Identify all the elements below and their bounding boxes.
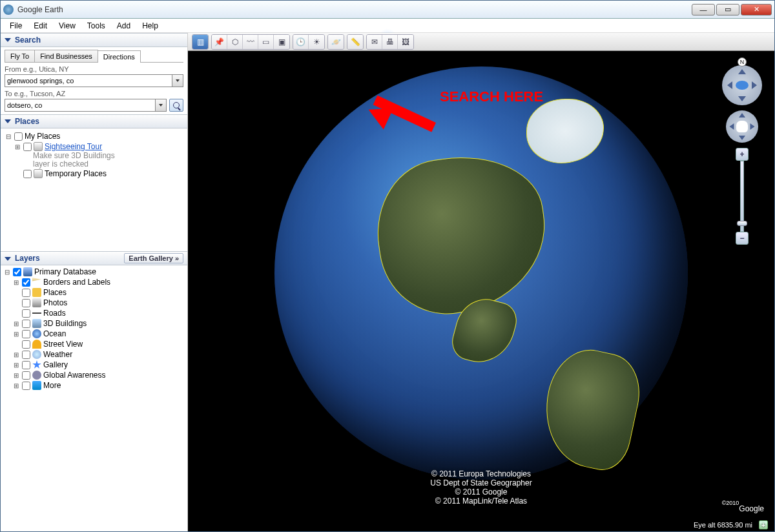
places-root[interactable]: ⊟ My Places bbox=[5, 131, 183, 141]
temporary-places-item[interactable]: ⊞ Temporary Places bbox=[5, 169, 183, 179]
expand-toggle[interactable]: ⊞ bbox=[12, 320, 20, 327]
pan-down-icon[interactable] bbox=[739, 136, 745, 140]
layer-checkbox[interactable] bbox=[22, 309, 30, 318]
sightseeing-link[interactable]: Sightseeing Tour bbox=[45, 142, 102, 151]
map-viewport[interactable]: ▥ 📌 ⬡ 〰 ▭ ▣ 🕒 ☀ 🪐 📏 ✉ 🖶 🖼 bbox=[188, 33, 774, 531]
primary-db-checkbox[interactable] bbox=[13, 268, 21, 276]
clock-button[interactable]: 🕒 bbox=[293, 35, 309, 49]
my-places-checkbox[interactable] bbox=[14, 132, 23, 141]
menu-edit[interactable]: Edit bbox=[28, 20, 52, 32]
ruler-button[interactable]: 📏 bbox=[347, 35, 363, 49]
layer-item[interactable]: ⊞Roads bbox=[3, 308, 185, 318]
look-left-icon[interactable] bbox=[727, 81, 732, 89]
layer-label: Ocean bbox=[43, 329, 66, 338]
menu-help[interactable]: Help bbox=[137, 20, 163, 32]
tab-find-businesses[interactable]: Find Businesses bbox=[34, 50, 98, 62]
layer-item[interactable]: ⊞Street View bbox=[3, 339, 185, 349]
tab-fly-to[interactable]: Fly To bbox=[5, 50, 35, 62]
menu-add[interactable]: Add bbox=[112, 20, 136, 32]
zoom-in-button[interactable]: + bbox=[736, 148, 749, 161]
expand-toggle[interactable]: ⊞ bbox=[12, 279, 20, 286]
expand-toggle[interactable]: ⊞ bbox=[12, 362, 20, 369]
planet-button[interactable]: 🪐 bbox=[328, 35, 344, 49]
sidebar-toggle-button[interactable]: ▥ bbox=[192, 35, 208, 49]
layer-item[interactable]: ⊞Borders and Labels bbox=[3, 277, 185, 287]
layer-item[interactable]: ⊞Photos bbox=[3, 298, 185, 308]
layer-checkbox[interactable] bbox=[22, 330, 30, 338]
titlebar[interactable]: Google Earth — ▭ ✕ bbox=[1, 1, 774, 19]
north-indicator[interactable]: N bbox=[738, 57, 747, 66]
layer-checkbox[interactable] bbox=[22, 382, 30, 390]
places-panel: Places ⊟ My Places ⊞ Sightseeing Tour bbox=[1, 114, 187, 251]
expand-toggle[interactable]: ⊞ bbox=[12, 331, 20, 338]
expand-toggle[interactable]: ⊞ bbox=[12, 382, 20, 389]
layer-item[interactable]: ⊞Global Awareness bbox=[3, 370, 185, 380]
layer-checkbox[interactable] bbox=[22, 299, 30, 307]
expand-toggle[interactable]: ⊟ bbox=[5, 133, 12, 140]
layer-checkbox[interactable] bbox=[22, 289, 30, 297]
look-up-icon[interactable] bbox=[738, 69, 746, 74]
print-button[interactable]: 🖶 bbox=[382, 35, 398, 49]
layers-root[interactable]: ⊟ Primary Database bbox=[3, 267, 185, 277]
pan-left-icon[interactable] bbox=[730, 123, 734, 130]
earth-gallery-button[interactable]: Earth Gallery » bbox=[124, 253, 183, 263]
zoom-slider-track[interactable] bbox=[740, 161, 744, 232]
path-button[interactable]: 〰 bbox=[243, 35, 258, 49]
expand-toggle[interactable]: ⊞ bbox=[12, 372, 20, 379]
look-down-icon[interactable] bbox=[738, 96, 746, 101]
image-overlay-button[interactable]: ▭ bbox=[258, 35, 274, 49]
layer-label: Roads bbox=[43, 309, 66, 318]
sidebar: Search Fly To Find Businesses Directions… bbox=[1, 33, 188, 531]
from-input[interactable] bbox=[5, 74, 172, 87]
layer-checkbox[interactable] bbox=[22, 361, 30, 369]
record-tour-button[interactable]: ▣ bbox=[274, 35, 289, 49]
zoom-slider-thumb[interactable] bbox=[737, 221, 747, 226]
earth-globe[interactable] bbox=[274, 66, 688, 480]
layer-checkbox[interactable] bbox=[22, 340, 30, 349]
layers-panel-header[interactable]: Layers Earth Gallery » bbox=[1, 251, 187, 265]
status-expand-button[interactable]: + bbox=[759, 520, 768, 529]
placemark-button[interactable]: 📌 bbox=[212, 35, 227, 49]
zoom-out-button[interactable]: − bbox=[736, 232, 749, 245]
email-button[interactable]: ✉ bbox=[367, 35, 382, 49]
landmass bbox=[535, 342, 647, 475]
layer-item[interactable]: ⊞Weather bbox=[3, 349, 185, 360]
expand-toggle[interactable]: ⊞ bbox=[14, 143, 21, 150]
menu-tools[interactable]: Tools bbox=[82, 20, 110, 32]
expand-toggle[interactable]: ⊟ bbox=[3, 269, 11, 276]
to-input[interactable] bbox=[5, 99, 155, 112]
from-dropdown-button[interactable] bbox=[172, 74, 183, 87]
save-image-button[interactable]: 🖼 bbox=[398, 35, 413, 49]
menu-view[interactable]: View bbox=[54, 20, 81, 32]
layer-checkbox[interactable] bbox=[22, 320, 30, 328]
layer-checkbox[interactable] bbox=[22, 351, 30, 359]
sun-button[interactable]: ☀ bbox=[309, 35, 324, 49]
layer-item[interactable]: ⊞Ocean bbox=[3, 329, 185, 339]
search-button[interactable] bbox=[169, 99, 183, 112]
minimize-button[interactable]: — bbox=[692, 4, 715, 15]
menu-file[interactable]: File bbox=[5, 20, 27, 32]
pan-right-icon[interactable] bbox=[750, 123, 755, 130]
places-panel-header[interactable]: Places bbox=[1, 114, 187, 128]
layer-checkbox[interactable] bbox=[22, 371, 30, 380]
layer-checkbox[interactable] bbox=[22, 278, 30, 287]
sightseeing-checkbox[interactable] bbox=[23, 143, 32, 151]
temp-places-checkbox[interactable] bbox=[23, 170, 32, 178]
layer-item[interactable]: ⊞Places bbox=[3, 287, 185, 298]
layer-item[interactable]: ⊞3D Buildings bbox=[3, 318, 185, 329]
look-right-icon[interactable] bbox=[752, 81, 757, 89]
pan-up-icon[interactable] bbox=[739, 113, 745, 118]
layer-item[interactable]: ⊞More bbox=[3, 380, 185, 391]
close-button[interactable]: ✕ bbox=[741, 4, 772, 15]
expand-toggle[interactable]: ⊞ bbox=[12, 351, 20, 358]
to-dropdown-button[interactable] bbox=[155, 99, 167, 112]
search-panel-header[interactable]: Search bbox=[1, 33, 187, 47]
polygon-button[interactable]: ⬡ bbox=[227, 35, 243, 49]
pan-control[interactable] bbox=[726, 110, 758, 143]
sightseeing-item[interactable]: ⊞ Sightseeing Tour bbox=[5, 141, 183, 152]
layer-item[interactable]: ⊞Gallery bbox=[3, 360, 185, 370]
tab-directions[interactable]: Directions bbox=[98, 50, 141, 63]
look-compass[interactable]: N bbox=[722, 65, 762, 105]
map-credits: © 2011 Europa Technologies US Dept of St… bbox=[430, 469, 532, 506]
maximize-button[interactable]: ▭ bbox=[716, 4, 739, 15]
